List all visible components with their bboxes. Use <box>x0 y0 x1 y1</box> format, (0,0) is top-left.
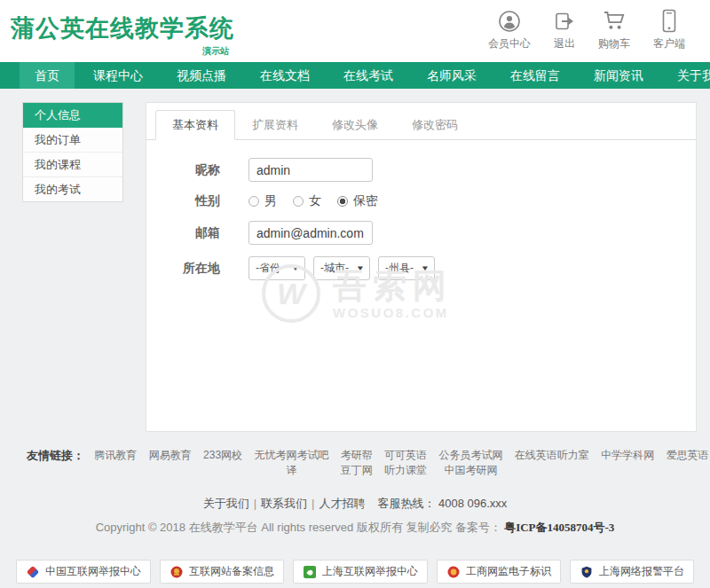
logout-icon <box>554 9 575 33</box>
badge-label: 工商网监电子标识 <box>466 564 551 579</box>
tab-change-avatar[interactable]: 修改头像 <box>315 110 395 140</box>
about-row: 关于我们|联系我们|人才招聘客服热线： 4008 096.xxx <box>0 496 710 512</box>
friend-link-cell: 在线英语听力室 <box>515 448 589 463</box>
nav-item-video[interactable]: 视频点播 <box>162 62 241 89</box>
gender-label: 性别 <box>160 193 220 209</box>
jobs-link[interactable]: 人才招聘 <box>319 497 365 510</box>
sidebar-item-profile[interactable]: 个人信息 <box>23 103 122 128</box>
friend-link[interactable]: 233网校 <box>203 448 242 463</box>
friend-link[interactable]: 爱思英语 <box>666 448 708 463</box>
sidebar-item-exams[interactable]: 我的考试 <box>23 177 122 201</box>
content-panel: 基本资料 扩展资料 修改头像 修改密码 昵称 性别 男 女 <box>146 102 697 432</box>
email-input[interactable] <box>248 221 373 245</box>
hotline: 客服热线： 4008 096.xxx <box>377 497 507 510</box>
badge-label: 中国互联网举报中心 <box>45 564 141 579</box>
copyright-text: Copyright © 2018 在线教学平台 All rights reser… <box>96 521 501 534</box>
friend-link-cell: 公务员考试网中国考研网 <box>438 448 502 478</box>
quick-link-logout[interactable]: 退出 <box>554 9 575 51</box>
friend-link[interactable]: 腾讯教育 <box>94 448 137 463</box>
quick-link-label: 购物车 <box>598 36 630 51</box>
radio-icon[interactable] <box>293 196 304 207</box>
gender-option-label: 女 <box>309 193 321 209</box>
friend-link-cell: 233网校 <box>203 448 242 463</box>
tab-extended-info[interactable]: 扩展资料 <box>235 110 315 140</box>
nav-item-courses[interactable]: 课程中心 <box>78 62 158 89</box>
national-emblem-icon <box>170 565 183 578</box>
quick-link-client[interactable]: 客户端 <box>653 9 685 51</box>
body-area: 个人信息 我的订单 我的课程 我的考试 基本资料 扩展资料 修改头像 修改密码 … <box>0 89 710 432</box>
police-shield-icon <box>580 565 593 578</box>
nav-item-news[interactable]: 新闻资讯 <box>579 62 659 89</box>
friend-link-cell: 无忧考网考试吧译 <box>254 448 328 478</box>
gender-radio-group: 男 女 保密 <box>248 193 394 209</box>
radio-icon[interactable] <box>248 196 259 207</box>
watermark-domain: WOSUO8.COM <box>333 305 453 320</box>
watermark-letter: W <box>277 277 305 311</box>
quick-link-label: 客户端 <box>653 36 685 51</box>
friend-link-cell: 可可英语听力课堂 <box>384 448 427 478</box>
gender-option-label: 男 <box>264 193 277 209</box>
friend-link[interactable]: 中国考研网 <box>438 463 502 478</box>
friend-link[interactable]: 在线英语听力室 <box>515 448 589 463</box>
cart-icon <box>603 9 627 33</box>
nav-item-home[interactable]: 首页 <box>20 62 75 89</box>
quick-link-label: 退出 <box>554 36 575 51</box>
watermark: W 吾索网 WOSUO8.COM <box>262 264 453 323</box>
watermark-logo-icon: W <box>262 264 320 323</box>
quick-link-member-center[interactable]: 会员中心 <box>488 9 531 51</box>
gender-option-label: 保密 <box>353 193 378 209</box>
badge-shanghai-cyber-police[interactable]: 上海网络报警平台 <box>570 560 694 584</box>
location-label: 所在地 <box>160 261 220 277</box>
friend-link-cell: 爱思英语 <box>666 448 708 463</box>
friend-link[interactable]: 中学学科网 <box>601 448 654 463</box>
gender-option-female[interactable]: 女 <box>293 193 321 209</box>
friend-links: 友情链接： 腾讯教育 网易教育 233网校 无忧考网考试吧译 考研帮豆丁网 可可… <box>0 432 710 478</box>
badge-label: 上海互联网举报中心 <box>322 564 418 579</box>
nav-item-teachers[interactable]: 名师风采 <box>412 62 492 89</box>
gender-option-secret[interactable]: 保密 <box>337 193 378 209</box>
badge-industry-commerce-emark[interactable]: 工商网监电子标识 <box>437 560 561 584</box>
friend-link[interactable]: 译 <box>254 463 328 478</box>
gender-row: 性别 男 女 保密 <box>160 193 696 209</box>
logo[interactable]: 蒲公英在线教学系统 演示站 <box>11 12 234 58</box>
footer: 友情链接： 腾讯教育 网易教育 233网校 无忧考网考试吧译 考研帮豆丁网 可可… <box>0 432 710 584</box>
nav-item-about[interactable]: 关于我们 <box>662 62 710 89</box>
nav-item-exams[interactable]: 在线考试 <box>328 62 408 89</box>
tab-change-password[interactable]: 修改密码 <box>395 110 475 140</box>
header: 蒲公英在线教学系统 演示站 会员中心 退出 购物车 客户端 <box>0 0 710 62</box>
quick-link-label: 会员中心 <box>488 36 531 51</box>
friend-link[interactable]: 可可英语 <box>384 448 427 463</box>
logo-title: 蒲公英在线教学系统 <box>11 12 234 44</box>
friend-link-cell: 考研帮豆丁网 <box>341 448 373 478</box>
about-us-link[interactable]: 关于我们 <box>203 497 249 510</box>
contact-us-link[interactable]: 联系我们 <box>261 497 307 510</box>
sidebar-item-orders[interactable]: 我的订单 <box>23 128 122 153</box>
tab-basic-info[interactable]: 基本资料 <box>155 110 235 140</box>
quick-link-cart[interactable]: 购物车 <box>598 9 630 51</box>
tab-bar: 基本资料 扩展资料 修改头像 修改密码 <box>146 103 696 140</box>
sidebar-item-courses[interactable]: 我的课程 <box>23 153 122 177</box>
friend-link[interactable]: 无忧考网考试吧 <box>254 448 328 463</box>
green-seal-icon <box>303 565 316 578</box>
badge-website-icp-record[interactable]: 互联网站备案信息 <box>160 560 284 584</box>
badge-china-internet-report-center[interactable]: 中国互联网举报中心 <box>16 560 151 584</box>
nickname-input[interactable] <box>248 158 373 182</box>
friend-link[interactable]: 公务员考试网 <box>438 448 502 463</box>
profile-form: 昵称 性别 男 女 保密 <box>146 140 696 280</box>
friend-link[interactable]: 网易教育 <box>149 448 192 463</box>
nav-item-messages[interactable]: 在线留言 <box>495 62 575 89</box>
friend-link[interactable]: 听力课堂 <box>384 463 427 478</box>
separator: | <box>254 497 256 510</box>
nav-item-docs[interactable]: 在线文档 <box>245 62 325 89</box>
badge-label: 上海网络报警平台 <box>599 564 684 579</box>
radio-icon[interactable] <box>337 196 348 207</box>
nickname-label: 昵称 <box>160 162 220 178</box>
friend-link[interactable]: 豆丁网 <box>341 463 373 478</box>
gender-option-male[interactable]: 男 <box>248 193 277 209</box>
badges-row: 中国互联网举报中心 互联网站备案信息 上海互联网举报中心 工商网监电子标识 上海… <box>0 560 710 584</box>
icp-number: 粤ICP备14058704号-3 <box>504 521 614 534</box>
nickname-row: 昵称 <box>160 158 696 182</box>
friend-link[interactable]: 考研帮 <box>341 448 373 463</box>
badge-shanghai-report-center[interactable]: 上海互联网举报中心 <box>293 560 428 584</box>
friend-link-cell: 网易教育 <box>149 448 192 463</box>
